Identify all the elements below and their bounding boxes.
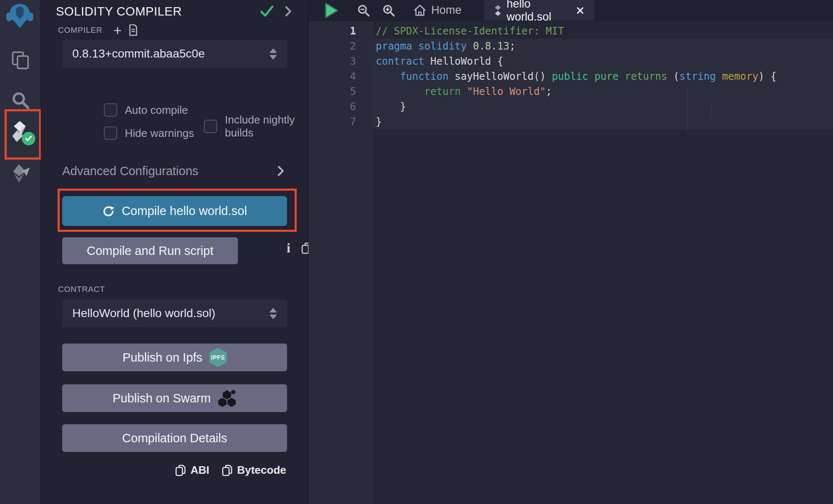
deploy-run-icon[interactable] [10, 163, 31, 184]
vertical-icon-bar [0, 0, 41, 504]
editor-area: Home hello world.sol 1 // SPDX-License-I… [308, 0, 833, 504]
code-text: pragma solidity 0.8.13; [376, 40, 515, 52]
active-tab-label: hello world.sol [506, 0, 569, 24]
publish-swarm-label: Publish on Swarm [113, 391, 211, 405]
code-editor[interactable]: 1 // SPDX-License-Identifier: MIT 2 prag… [308, 21, 833, 504]
code-line: 5 return "Hello World"; [308, 84, 833, 99]
compile-and-run-button[interactable]: Compile and Run script [62, 237, 238, 264]
code-line: 3 contract HelloWorld { [308, 54, 833, 69]
compiler-version-value: 0.8.13+commit.abaa5c0e [72, 47, 269, 60]
solidity-file-icon [494, 4, 501, 17]
compile-success-check-icon [260, 5, 274, 18]
add-compiler-icon[interactable]: + [113, 24, 122, 36]
line-number: 3 [308, 55, 356, 67]
file-explorer-icon[interactable] [10, 50, 31, 71]
ipfs-icon: IPFS [209, 348, 227, 367]
publish-swarm-button[interactable]: Publish on Swarm [62, 384, 287, 412]
solidity-compiler-panel: SOLIDITY COMPILER COMPILER + 0.8.13+comm… [41, 0, 308, 504]
compiler-version-select[interactable]: 0.8.13+commit.abaa5c0e [62, 40, 287, 68]
bytecode-label: Bytecode [237, 464, 286, 477]
advanced-configurations-chevron-icon [277, 165, 284, 176]
publish-ipfs-button[interactable]: Publish on Ipfs IPFS [62, 344, 287, 371]
compilation-details-label: Compilation Details [122, 431, 227, 445]
advanced-configurations-label: Advanced Configurations [62, 164, 277, 178]
close-tab-icon[interactable] [576, 6, 584, 15]
line-number: 7 [308, 116, 356, 128]
compile-success-badge [22, 132, 35, 145]
editor-tab-bar: Home hello world.sol [308, 0, 833, 21]
include-nightly-label: Include nightly builds [225, 113, 308, 139]
code-text: } [376, 101, 406, 113]
code-text: contract HelloWorld { [376, 55, 503, 67]
compiler-docs-icon[interactable] [129, 24, 138, 36]
copy-bytecode-button[interactable]: Bytecode [222, 464, 286, 477]
home-tab-label: Home [431, 4, 461, 17]
contract-select-value: HelloWorld (hello world.sol) [72, 307, 269, 320]
code-line: 4 function sayHelloWorld() public pure r… [308, 69, 833, 84]
code-text: function sayHelloWorld() public pure ret… [376, 71, 777, 82]
code-line: 1 // SPDX-License-Identifier: MIT [308, 24, 833, 39]
hide-warnings-label: Hide warnings [125, 127, 194, 140]
refresh-icon [102, 205, 115, 218]
contract-section-label: CONTRACT [58, 285, 105, 294]
code-line: 2 pragma solidity 0.8.13; [308, 39, 833, 54]
compile-button[interactable]: Compile hello world.sol [62, 196, 287, 226]
panel-title: SOLIDITY COMPILER [56, 5, 260, 18]
zoom-out-button[interactable] [356, 0, 371, 21]
info-icon[interactable]: i [287, 240, 290, 256]
line-number: 1 [308, 25, 356, 37]
compilation-details-button[interactable]: Compilation Details [62, 424, 287, 452]
compiler-section-label: COMPILER [58, 26, 103, 35]
abi-label: ABI [190, 464, 209, 477]
code-line: 6 } [308, 99, 833, 114]
copy-icon [222, 464, 233, 477]
publish-ipfs-label: Publish on Ipfs [122, 351, 202, 365]
remix-logo-icon[interactable] [6, 2, 34, 30]
compile-and-run-label: Compile and Run script [87, 244, 213, 258]
contract-select[interactable]: HelloWorld (hello world.sol) [62, 299, 287, 327]
auto-compile-checkbox[interactable] [104, 103, 117, 117]
line-number: 5 [308, 86, 356, 97]
line-number: 6 [308, 101, 356, 113]
include-nightly-checkbox[interactable] [204, 120, 217, 133]
advanced-configurations-toggle[interactable]: Advanced Configurations [62, 164, 284, 178]
copy-abi-button[interactable]: ABI [175, 464, 209, 477]
home-icon [414, 4, 426, 17]
tab-hello-world-sol[interactable]: hello world.sol [484, 0, 594, 21]
run-script-play-button[interactable] [324, 0, 339, 21]
copy-icon [175, 464, 186, 477]
auto-compile-label: Auto compile [125, 104, 188, 117]
solidity-compiler-icon[interactable] [9, 121, 30, 142]
compile-button-label: Compile hello world.sol [121, 204, 247, 218]
hide-warnings-checkbox[interactable] [104, 126, 117, 140]
code-text: // SPDX-License-Identifier: MIT [376, 25, 564, 37]
select-arrows-icon [269, 48, 277, 60]
code-text: } [376, 116, 382, 128]
tab-home[interactable]: Home [403, 0, 472, 21]
search-icon[interactable] [10, 90, 31, 111]
line-number: 4 [308, 71, 356, 82]
code-text: return "Hello World"; [376, 86, 552, 97]
swarm-icon [217, 389, 237, 407]
collapse-panel-chevron-icon[interactable] [285, 6, 292, 17]
zoom-in-button[interactable] [382, 0, 396, 21]
select-arrows-icon [269, 308, 277, 319]
code-line: 7 } [308, 114, 833, 129]
line-number: 2 [308, 40, 356, 52]
